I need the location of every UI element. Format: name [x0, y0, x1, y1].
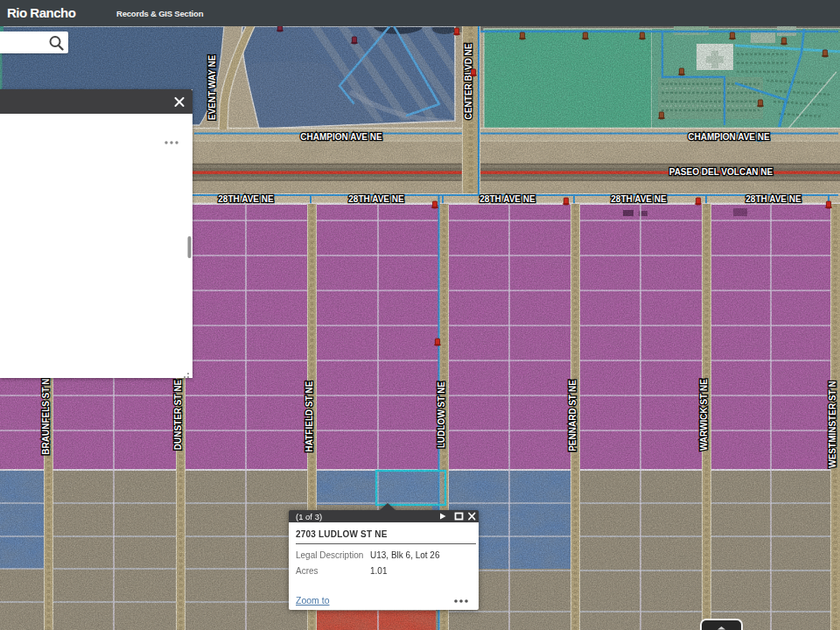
svg-text:28TH AVE NE: 28TH AVE NE: [348, 194, 404, 204]
svg-text:WESTMINSTER ST N: WESTMINSTER ST N: [828, 381, 837, 467]
svg-text:CENTER BLVD NE: CENTER BLVD NE: [464, 43, 473, 119]
svg-text:DUNSTER ST NE: DUNSTER ST NE: [173, 379, 183, 450]
svg-text:PENNARD ST NE: PENNARD ST NE: [568, 380, 578, 452]
svg-text:LUDLOW ST NE: LUDLOW ST NE: [437, 382, 446, 448]
svg-text:WARWICK ST NE: WARWICK ST NE: [699, 379, 709, 451]
svg-text:28TH AVE NE: 28TH AVE NE: [746, 194, 802, 204]
svg-text:PASEO DEL VOLCAN NE: PASEO DEL VOLCAN NE: [669, 167, 774, 177]
svg-text:CHAMPION AVE NE: CHAMPION AVE NE: [300, 132, 382, 142]
svg-text:CHAMPION AVE NE: CHAMPION AVE NE: [688, 132, 770, 142]
svg-text:BRAUNFELS ST N: BRAUNFELS ST N: [41, 378, 51, 454]
svg-text:EVENT WAY NE: EVENT WAY NE: [207, 54, 217, 120]
svg-text:HATFIELD ST NE: HATFIELD ST NE: [304, 381, 314, 452]
svg-text:28TH AVE NE: 28TH AVE NE: [480, 194, 536, 204]
svg-text:28TH AVE NE: 28TH AVE NE: [611, 194, 667, 204]
svg-text:28TH AVE NE: 28TH AVE NE: [218, 194, 274, 204]
